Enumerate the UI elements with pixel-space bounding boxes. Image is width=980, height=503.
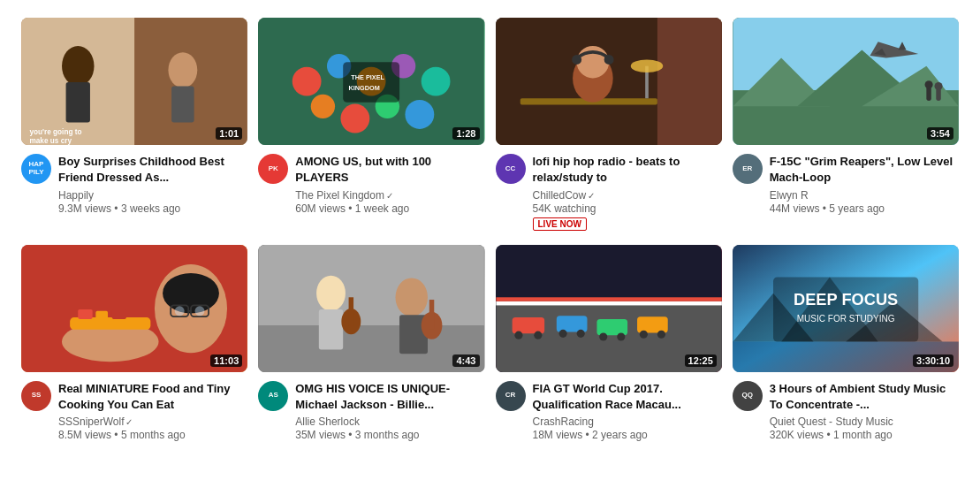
duration-badge-v8: 3:30:10 <box>913 354 953 367</box>
video-title-v4[interactable]: F-15C "Grim Reapers", Low Level Mach-Loo… <box>770 154 959 186</box>
thumbnail-v4[interactable]: 3:54 <box>733 18 959 145</box>
card-meta-v3: CClofi hip hop radio - beats to relax/st… <box>496 154 722 230</box>
duration-badge-v6: 4:43 <box>452 354 479 367</box>
svg-point-80 <box>617 332 625 340</box>
thumbnail-image-v5 <box>21 245 247 372</box>
svg-rect-46 <box>70 317 150 330</box>
video-card-v3[interactable]: CClofi hip hop radio - beats to relax/st… <box>496 18 722 231</box>
channel-name-v8[interactable]: Quiet Quest - Study Music <box>770 415 959 428</box>
thumbnail-v6[interactable]: 4:43 <box>258 245 484 372</box>
thumbnail-v1[interactable]: you're going to make us cry 1:01 <box>21 18 247 145</box>
thumbnail-image-v7 <box>496 245 722 372</box>
svg-rect-4 <box>66 82 90 123</box>
card-info-v4: F-15C "Grim Reapers", Low Level Mach-Loo… <box>770 154 959 214</box>
card-info-v1: Boy Surprises Childhood Best Friend Dres… <box>58 154 247 214</box>
card-info-v7: FIA GT World Cup 2017. Qualification Rac… <box>533 381 722 441</box>
channel-avatar-v6[interactable]: AS <box>258 381 288 411</box>
video-stats-v1: 9.3M views • 3 weeks ago <box>58 202 247 215</box>
video-title-v7[interactable]: FIA GT World Cup 2017. Qualification Rac… <box>533 381 722 413</box>
video-grid: you're going to make us cry 1:01HAPPILYB… <box>0 0 980 459</box>
thumbnail-image-v1: you're going to make us cry <box>21 18 247 145</box>
svg-point-43 <box>934 82 942 90</box>
svg-point-28 <box>572 55 581 65</box>
video-card-v8[interactable]: DEEP FOCUS MUSIC FOR STUDYING 3:30:10QQ3… <box>733 245 959 442</box>
svg-rect-48 <box>95 310 108 318</box>
video-card-v1[interactable]: you're going to make us cry 1:01HAPPILYB… <box>21 18 247 231</box>
channel-name-v4[interactable]: Elwyn R <box>770 189 959 202</box>
svg-rect-71 <box>496 297 721 301</box>
duration-badge-v4: 3:54 <box>927 127 953 140</box>
channel-name-v1[interactable]: Happily <box>58 189 247 202</box>
card-info-v8: 3 Hours of Ambient Study Music To Concen… <box>770 381 959 441</box>
video-stats-v5: 8.5M views • 5 months ago <box>58 429 247 441</box>
svg-point-5 <box>168 52 197 88</box>
channel-name-v2[interactable]: The Pixel Kingdom✓ <box>295 189 484 202</box>
channel-avatar-v4[interactable]: ER <box>733 154 763 184</box>
channel-name-v3[interactable]: ChilledCow✓ <box>533 189 722 202</box>
svg-point-83 <box>657 330 665 338</box>
video-stats-v7: 18M views • 2 years ago <box>533 429 722 441</box>
card-meta-v1: HAPPILYBoy Surprises Childhood Best Frie… <box>21 154 247 214</box>
svg-rect-75 <box>556 316 587 332</box>
video-title-v2[interactable]: AMONG US, but with 100 PLAYERS <box>295 154 484 186</box>
thumbnail-v5[interactable]: 11:03 <box>21 245 247 372</box>
svg-text:DEEP FOCUS: DEEP FOCUS <box>794 290 898 309</box>
card-info-v2: AMONG US, but with 100 PLAYERSThe Pixel … <box>295 154 484 214</box>
video-title-v3[interactable]: lofi hip hop radio - beats to relax/stud… <box>533 154 722 186</box>
channel-avatar-v2[interactable]: PK <box>258 154 288 184</box>
verified-icon-v2: ✓ <box>386 191 393 201</box>
card-meta-v7: CRFIA GT World Cup 2017. Qualification R… <box>496 381 722 441</box>
channel-avatar-v8[interactable]: QQ <box>733 381 763 411</box>
thumbnail-image-v6 <box>258 245 484 372</box>
card-meta-v6: ASOMG HIS VOICE IS UNIQUE- Michael Jacks… <box>258 381 484 441</box>
thumbnail-v8[interactable]: DEEP FOCUS MUSIC FOR STUDYING 3:30:10 <box>733 245 959 372</box>
svg-rect-49 <box>112 309 126 318</box>
svg-point-15 <box>311 95 335 118</box>
video-title-v1[interactable]: Boy Surprises Childhood Best Friend Dres… <box>58 154 247 186</box>
thumbnail-image-v8: DEEP FOCUS MUSIC FOR STUDYING <box>733 245 959 372</box>
video-stats-v4: 44M views • 5 years ago <box>770 202 959 215</box>
duration-badge-v7: 12:25 <box>685 354 717 367</box>
video-title-v6[interactable]: OMG HIS VOICE IS UNIQUE- Michael Jackson… <box>295 381 484 413</box>
svg-rect-58 <box>259 245 484 325</box>
channel-avatar-v7[interactable]: CR <box>496 381 526 411</box>
duration-badge-v1: 1:01 <box>216 127 242 140</box>
svg-text:MUSIC FOR STUDYING: MUSIC FOR STUDYING <box>797 313 895 323</box>
video-card-v5[interactable]: 11:03SSReal MINIATURE Food and Tiny Cook… <box>21 245 247 442</box>
svg-point-74 <box>534 331 542 339</box>
svg-point-56 <box>195 306 205 316</box>
svg-rect-78 <box>596 318 627 334</box>
channel-name-v5[interactable]: SSSniperWolf✓ <box>58 415 247 428</box>
video-stats-v2: 60M views • 1 week ago <box>295 202 484 215</box>
channel-avatar-v3[interactable]: CC <box>496 154 526 184</box>
video-card-v7[interactable]: 12:25CRFIA GT World Cup 2017. Qualificat… <box>496 245 722 442</box>
card-meta-v2: PKAMONG US, but with 100 PLAYERSThe Pixe… <box>258 154 484 214</box>
video-card-v6[interactable]: 4:43ASOMG HIS VOICE IS UNIQUE- Michael J… <box>258 245 484 442</box>
video-card-v2[interactable]: THE PIXEL KINGDOM 1:28PKAMONG US, but wi… <box>258 18 484 231</box>
video-title-v8[interactable]: 3 Hours of Ambient Study Music To Concen… <box>770 381 959 413</box>
card-meta-v8: QQ3 Hours of Ambient Study Music To Conc… <box>733 381 959 441</box>
svg-rect-6 <box>171 87 194 123</box>
svg-text:you're going to: you're going to <box>30 128 82 136</box>
live-badge-v3: LIVE NOW <box>533 217 587 231</box>
video-stats-v6: 35M views • 3 months ago <box>295 429 484 441</box>
video-card-v4[interactable]: 3:54ERF-15C "Grim Reapers", Low Level Ma… <box>733 18 959 231</box>
svg-rect-61 <box>319 309 343 349</box>
svg-text:THE PIXEL: THE PIXEL <box>352 73 385 81</box>
channel-name-v6[interactable]: Allie Sherlock <box>295 415 484 428</box>
svg-rect-70 <box>496 301 721 305</box>
video-title-v5[interactable]: Real MINIATURE Food and Tiny Cooking You… <box>58 381 247 413</box>
channel-avatar-v5[interactable]: SS <box>21 381 51 411</box>
svg-point-73 <box>514 331 522 339</box>
channel-name-v7[interactable]: CrashRacing <box>533 415 722 428</box>
thumbnail-v7[interactable]: 12:25 <box>496 245 722 372</box>
thumbnail-v2[interactable]: THE PIXEL KINGDOM 1:28 <box>258 18 484 145</box>
thumbnail-image-v3 <box>496 18 722 145</box>
svg-point-60 <box>316 275 346 310</box>
svg-text:KINGDOM: KINGDOM <box>349 84 380 92</box>
svg-rect-24 <box>657 18 721 145</box>
verified-icon-v3: ✓ <box>588 191 595 201</box>
svg-rect-63 <box>349 297 353 325</box>
thumbnail-v3[interactable] <box>496 18 722 145</box>
channel-avatar-v1[interactable]: HAPPILY <box>21 154 51 184</box>
